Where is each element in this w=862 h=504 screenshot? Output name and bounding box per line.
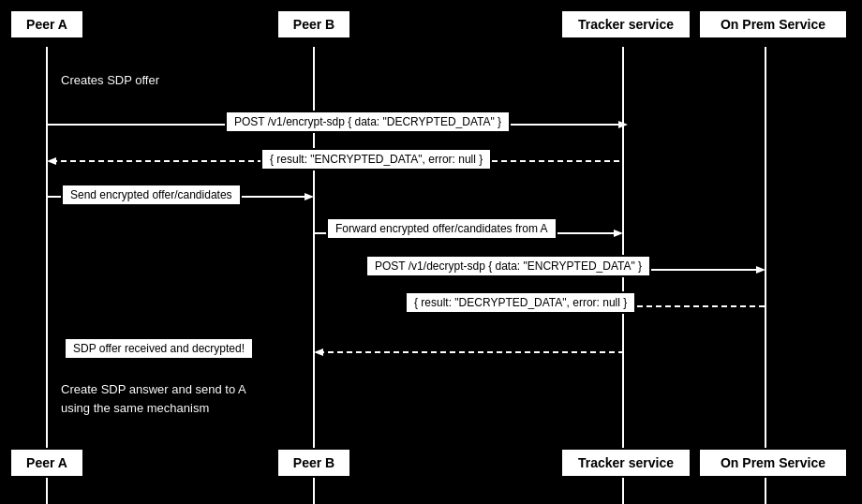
actor-onprem-top: On Prem Service (698, 9, 848, 39)
msg-result-encrypted: { result: "ENCRYPTED_DATA", error: null … (260, 148, 492, 170)
actor-onprem-bot: On Prem Service (698, 448, 848, 478)
actor-peerB-bot: Peer B (276, 448, 351, 478)
svg-marker-11 (614, 230, 623, 237)
label-create-answer-1: Create SDP answer and send to A (61, 382, 246, 396)
msg-result-decrypted: { result: "DECRYPTED_DATA", error: null … (405, 291, 636, 314)
msg-post-decrypt: POST /v1/decrypt-sdp { data: "ENCRYPTED_… (365, 255, 651, 277)
sequence-diagram: Peer A Peer B Tracker service On Prem Se… (0, 0, 862, 504)
svg-marker-5 (618, 121, 628, 128)
actor-peerA-top: Peer A (9, 9, 84, 39)
svg-marker-9 (305, 193, 314, 200)
actor-peerA-bot: Peer A (9, 448, 84, 478)
msg-sdp-offer-received: SDP offer received and decrypted! (64, 337, 254, 360)
label-create-answer-2: using the same mechanism (61, 401, 209, 415)
msg-post-encrypt: POST /v1/encrypt-sdp { data: "DECRYPTED_… (225, 111, 511, 133)
svg-marker-7 (47, 157, 56, 165)
actor-peerB-top: Peer B (276, 9, 351, 39)
actor-tracker-top: Tracker service (560, 9, 691, 39)
svg-marker-17 (314, 348, 323, 356)
actor-tracker-bot: Tracker service (560, 448, 691, 478)
msg-send-encrypted: Send encrypted offer/candidates (61, 184, 242, 206)
svg-marker-13 (756, 266, 765, 274)
label-creates-sdp: Creates SDP offer (61, 73, 159, 87)
msg-forward-encrypted: Forward encrypted offer/candidates from … (326, 217, 557, 240)
